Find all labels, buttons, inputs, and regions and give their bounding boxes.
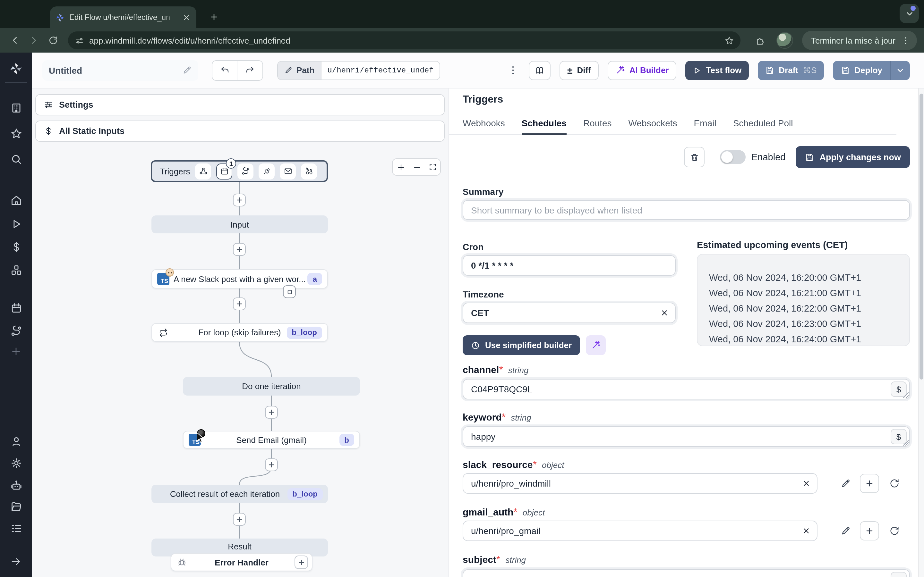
insert-step-button[interactable] <box>233 298 246 310</box>
sidebar-item-search[interactable] <box>0 153 32 165</box>
address-bar[interactable]: app.windmill.dev/flows/edit/u/henri/effe… <box>68 31 740 49</box>
simplified-builder-button[interactable]: Use simplified builder <box>463 335 580 355</box>
trigger-schedule-icon[interactable]: 1 <box>216 163 232 179</box>
edit-name-pencil-icon[interactable] <box>182 65 192 75</box>
edit-resource-pencil-icon[interactable] <box>841 526 851 536</box>
refresh-resource-icon[interactable] <box>889 526 900 536</box>
trigger-webhook-icon[interactable] <box>195 163 211 179</box>
insert-step-button[interactable] <box>265 406 278 419</box>
undo-button[interactable] <box>212 61 237 80</box>
node-for-loop[interactable]: For loop (skip failures) b_loop <box>152 323 328 342</box>
sidebar-item-resources[interactable] <box>0 264 32 276</box>
docs-button[interactable] <box>529 61 551 80</box>
extensions-icon[interactable] <box>752 32 769 49</box>
sidebar-expand-icon[interactable] <box>0 556 32 567</box>
ai-cron-button[interactable] <box>586 335 606 355</box>
sidebar-item-settings[interactable] <box>0 457 32 469</box>
triggers-node[interactable]: Triggers 1 <box>151 160 328 182</box>
browser-update-button[interactable]: Terminer la mise à jour <box>802 31 917 50</box>
insert-step-button[interactable] <box>233 193 246 206</box>
cron-input[interactable] <box>463 255 676 276</box>
sidebar-item-folders[interactable] <box>0 501 32 513</box>
sidebar-item-more[interactable] <box>0 346 32 357</box>
resize-handle[interactable] <box>903 392 909 398</box>
fit-view-icon[interactable] <box>428 163 437 171</box>
tab-schedules[interactable]: Schedules <box>522 118 567 135</box>
gmail-auth-input[interactable] <box>463 521 817 541</box>
edit-resource-pencil-icon[interactable] <box>841 478 851 488</box>
node-input[interactable]: Input <box>152 215 328 234</box>
subject-input[interactable] <box>463 569 910 577</box>
more-options-kebab-icon[interactable] <box>507 65 520 76</box>
keyword-input[interactable] <box>463 426 910 447</box>
deploy-button[interactable]: Deploy <box>833 61 890 80</box>
sidebar-item-schedules[interactable] <box>0 302 32 314</box>
insert-step-button[interactable] <box>265 458 278 471</box>
tab-routes[interactable]: Routes <box>583 118 612 135</box>
summary-input[interactable] <box>463 200 910 220</box>
sidebar-item-users[interactable] <box>0 435 32 448</box>
sidebar-item-home[interactable] <box>0 194 32 206</box>
new-tab-button[interactable] <box>207 10 221 24</box>
sidebar-item-routes[interactable] <box>0 325 32 337</box>
browser-tab[interactable]: Edit Flow u/henri/effective_un <box>50 6 196 28</box>
refresh-resource-icon[interactable] <box>889 478 900 488</box>
zoom-in-icon[interactable] <box>396 163 405 171</box>
node-send-email[interactable]: TS Send Email (gmail) b <box>183 431 360 449</box>
reload-button[interactable] <box>45 32 61 49</box>
add-error-handler-button[interactable] <box>294 556 308 569</box>
sidebar-item-workspace[interactable] <box>0 102 32 114</box>
node-collect-result[interactable]: Collect result of each iteration b_loop <box>152 485 328 503</box>
flow-name-box[interactable]: Untitled <box>42 60 198 81</box>
clear-timezone-icon[interactable] <box>660 309 669 317</box>
add-resource-button[interactable] <box>860 474 879 493</box>
timezone-input[interactable] <box>463 303 676 323</box>
node-error-handler[interactable]: Error Handler <box>171 553 312 571</box>
forward-button[interactable] <box>26 32 42 49</box>
clear-resource-icon[interactable] <box>802 479 811 488</box>
tab-webhooks[interactable]: Webhooks <box>463 118 505 135</box>
sidebar-item-workers[interactable] <box>0 480 32 492</box>
resize-handle[interactable] <box>903 440 909 446</box>
scrollbar-thumb[interactable] <box>919 93 923 380</box>
draft-button[interactable]: Draft ⌘S <box>758 61 824 80</box>
insert-variable-button[interactable]: $ <box>891 572 907 577</box>
zoom-out-icon[interactable] <box>412 163 421 171</box>
panel-scrollbar[interactable] <box>918 89 924 577</box>
ai-builder-button[interactable]: AI Builder <box>607 61 677 80</box>
test-flow-button[interactable]: Test flow <box>686 61 749 80</box>
channel-input[interactable] <box>463 379 910 400</box>
sidebar-item-logs[interactable] <box>0 522 32 535</box>
node-slack-post[interactable]: TS A new Slack post with a given wor... … <box>152 269 328 288</box>
back-button[interactable] <box>6 32 23 49</box>
sidebar-item-variables[interactable] <box>0 241 32 253</box>
redo-button[interactable] <box>237 61 262 80</box>
insert-step-button[interactable] <box>233 513 246 526</box>
delete-schedule-button[interactable] <box>684 147 704 167</box>
sidebar-item-favorites[interactable] <box>0 127 32 140</box>
windmill-logo[interactable] <box>0 61 32 76</box>
trigger-websocket-icon[interactable] <box>258 163 275 179</box>
clear-resource-icon[interactable] <box>802 527 811 535</box>
apply-changes-button[interactable]: Apply changes now <box>796 146 910 168</box>
trigger-email-icon[interactable] <box>280 163 296 179</box>
enabled-toggle[interactable] <box>720 150 746 164</box>
node-do-one-iteration[interactable]: Do one iteration <box>183 377 360 396</box>
tab-close-icon[interactable] <box>181 12 191 23</box>
trigger-route-icon[interactable] <box>237 163 254 179</box>
tab-websockets[interactable]: Websockets <box>628 118 677 135</box>
browser-avatar[interactable] <box>776 32 793 49</box>
slack-resource-input[interactable] <box>463 473 817 494</box>
sidebar-item-runs[interactable] <box>0 218 32 230</box>
tab-search-button[interactable] <box>900 4 919 23</box>
test-up-to-button[interactable] <box>283 285 296 298</box>
bookmark-star-icon[interactable] <box>724 35 734 45</box>
deploy-dropdown-button[interactable] <box>890 61 910 80</box>
insert-step-button[interactable] <box>233 243 246 256</box>
trigger-poll-icon[interactable] <box>301 163 317 179</box>
tab-email[interactable]: Email <box>694 118 716 135</box>
add-resource-button[interactable] <box>860 521 879 540</box>
diff-button[interactable]: ± Diff <box>559 61 599 80</box>
path-group[interactable]: Path u/henri/effective_undef <box>277 61 440 80</box>
tab-scheduled-poll[interactable]: Scheduled Poll <box>733 118 793 135</box>
